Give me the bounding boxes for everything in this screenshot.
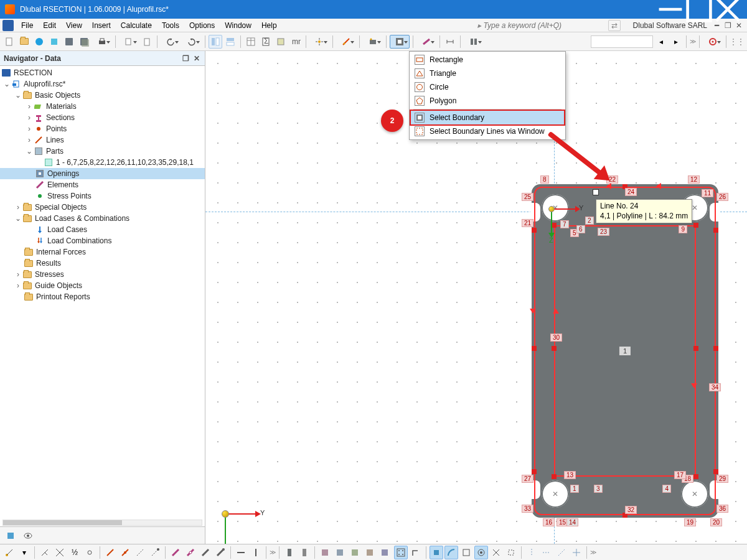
osnap-e-button[interactable] xyxy=(489,546,503,559)
tree-stress-points[interactable]: Stress Points xyxy=(0,190,205,202)
dd-select-boundary[interactable]: Select Boundary xyxy=(411,111,564,124)
dd-polygon[interactable]: Polygon xyxy=(411,94,564,108)
osnap-d-button[interactable] xyxy=(474,546,488,559)
shape-tool-button[interactable] xyxy=(363,35,383,49)
osnap-a-button[interactable] xyxy=(430,546,443,559)
elem-a-button[interactable] xyxy=(169,546,182,559)
menu-insert[interactable]: Insert xyxy=(87,20,116,31)
tree-lines[interactable]: ›Lines xyxy=(0,134,205,146)
menu-help[interactable]: Help xyxy=(256,20,282,31)
guide-d-button[interactable] xyxy=(570,546,583,559)
model-button[interactable] xyxy=(47,35,61,49)
tree-special-objects[interactable]: ›Special Objects xyxy=(0,202,205,213)
line-dash2-button[interactable] xyxy=(148,546,162,559)
tree-results[interactable]: Results xyxy=(0,258,205,269)
grip-icon[interactable]: ⋮⋮ xyxy=(730,37,745,46)
dd-circle[interactable]: Circle xyxy=(411,80,564,94)
ortho-button[interactable] xyxy=(409,546,423,559)
tree-internal-forces[interactable]: Internal Forces xyxy=(0,246,205,258)
osnap-c-button[interactable] xyxy=(459,546,473,559)
grid-b-button[interactable] xyxy=(223,35,237,49)
snap-int-button[interactable] xyxy=(53,546,67,559)
snap-div-button[interactable]: ½ xyxy=(68,546,82,559)
ortho-h-button[interactable] xyxy=(234,546,248,559)
keyword-search[interactable]: ▸ xyxy=(477,21,583,30)
line-red-button[interactable] xyxy=(103,546,117,559)
script-button[interactable] xyxy=(274,35,288,49)
search-toggle-icon[interactable]: ⇄ xyxy=(608,20,621,31)
snap-perp-button[interactable] xyxy=(38,546,52,559)
hatch-c-button[interactable] xyxy=(348,546,362,559)
tree-stresses[interactable]: ›Stresses xyxy=(0,269,205,280)
snap-mid-button[interactable]: ▾ xyxy=(17,546,31,559)
tree-basic-objects[interactable]: ⌄Basic Objects xyxy=(0,90,205,101)
mdi-restore-icon[interactable]: ❐ xyxy=(723,21,732,30)
maximize-button[interactable] xyxy=(685,0,713,19)
mdi-close-icon[interactable]: ✕ xyxy=(735,21,743,30)
new-file-button[interactable] xyxy=(2,35,16,49)
redo-button[interactable] xyxy=(182,35,202,49)
menu-options[interactable]: Options xyxy=(184,20,220,31)
tree-file[interactable]: ⌄Aluprofil.rsc* xyxy=(0,78,205,90)
grid-snap-button[interactable] xyxy=(394,546,408,559)
menu-file[interactable]: File xyxy=(16,20,38,31)
opening-tool-button[interactable] xyxy=(390,35,410,49)
clipboard-button[interactable] xyxy=(140,35,154,49)
tree-openings[interactable]: Openings xyxy=(0,168,205,179)
tree-sections[interactable]: ›Sections xyxy=(0,112,205,123)
undo-button[interactable] xyxy=(161,35,181,49)
guide-c-button[interactable] xyxy=(555,546,568,559)
keyword-input[interactable] xyxy=(484,21,583,30)
dimension-button[interactable] xyxy=(443,35,457,49)
panel-float-button[interactable]: ❐ xyxy=(181,54,190,63)
snap-end-button[interactable] xyxy=(2,546,16,559)
nav-prev-button[interactable]: ◂ xyxy=(654,35,668,49)
menu-view[interactable]: View xyxy=(61,20,87,31)
close-button[interactable] xyxy=(713,0,742,19)
elem-b-button[interactable] xyxy=(184,546,197,559)
hatch-d-button[interactable] xyxy=(363,546,377,559)
tree-points[interactable]: ›Points xyxy=(0,123,205,134)
save-button[interactable] xyxy=(62,35,76,49)
elem-c-button[interactable] xyxy=(199,546,212,559)
tree-guide-objects[interactable]: ›Guide Objects xyxy=(0,280,205,291)
dd-triangle[interactable]: Triangle xyxy=(411,67,564,80)
tree-root[interactable]: RSECTION xyxy=(0,67,205,78)
menu-tools[interactable]: Tools xyxy=(157,20,184,31)
tree-printout-reports[interactable]: Printout Reports xyxy=(0,291,205,302)
panel-close-button[interactable]: ✕ xyxy=(192,54,201,63)
mdi-minimize-icon[interactable]: ━ xyxy=(712,21,721,30)
tree-parts[interactable]: ⌄Parts xyxy=(0,146,205,157)
more-icon[interactable]: ≫ xyxy=(690,38,696,45)
tree-load-cases[interactable]: Load Cases xyxy=(0,224,205,235)
tree-load-cases-comb[interactable]: ⌄Load Cases & Combinations xyxy=(0,213,205,224)
ortho-v-button[interactable] xyxy=(249,546,263,559)
tree-load-combs[interactable]: Load Combinations xyxy=(0,235,205,246)
hatch-a-button[interactable] xyxy=(318,546,332,559)
line-red2-button[interactable] xyxy=(118,546,132,559)
sync-button[interactable] xyxy=(32,35,46,49)
osnap-f-button[interactable] xyxy=(504,546,518,559)
units-button[interactable]: mm xyxy=(289,35,303,49)
tree-elements[interactable]: Elements xyxy=(0,179,205,190)
section-lib-button[interactable] xyxy=(464,35,484,49)
minimize-button[interactable] xyxy=(656,0,685,19)
tree-parts-item[interactable]: 1 - 6,7,25,8,22,12,26,11,10,23,35,29,18,… xyxy=(0,157,205,168)
line-tool-button[interactable] xyxy=(336,35,356,49)
sec-i-button[interactable] xyxy=(283,546,296,559)
section-profile[interactable]: ✕ ✕ ✕ ✕ xyxy=(532,184,718,518)
open-file-button[interactable] xyxy=(17,35,31,49)
calc-button[interactable]: Σ xyxy=(259,35,273,49)
guide-a-button[interactable] xyxy=(525,546,538,559)
target-button[interactable] xyxy=(703,35,723,49)
selection-combo[interactable] xyxy=(591,35,653,48)
table-button[interactable] xyxy=(244,35,258,49)
hatch-e-button[interactable] xyxy=(378,546,392,559)
line-dash-button[interactable] xyxy=(133,546,147,559)
nav-display-tab[interactable] xyxy=(21,529,35,543)
element-tool-button[interactable] xyxy=(416,35,436,49)
dd-select-window[interactable]: Select Boundary Lines via Window xyxy=(411,124,564,138)
nav-data-tab[interactable] xyxy=(4,529,17,543)
menu-window[interactable]: Window xyxy=(220,20,256,31)
nav-next-button[interactable]: ▸ xyxy=(669,35,683,49)
